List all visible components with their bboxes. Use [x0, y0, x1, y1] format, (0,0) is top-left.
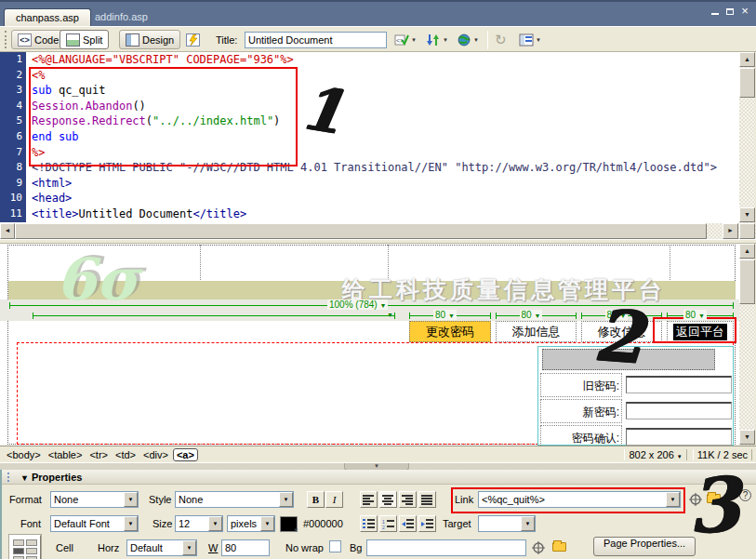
- document-title-input[interactable]: [245, 32, 387, 48]
- font-dropdown[interactable]: Default Font▼: [50, 515, 139, 532]
- code-line[interactable]: 11<title>Untitled Document</title>: [0, 206, 739, 222]
- scroll-down-icon[interactable]: ▼: [739, 207, 755, 222]
- properties-header[interactable]: ▼ Properties: [2, 470, 756, 485]
- server-debug-button[interactable]: [186, 32, 200, 48]
- scrollbar-corner: [739, 223, 755, 239]
- target-dropdown[interactable]: ▼: [478, 515, 536, 532]
- line-number: 9: [0, 176, 26, 192]
- help-icon[interactable]: ?: [739, 489, 751, 501]
- line-number: 7: [0, 145, 26, 161]
- tab-addinfo[interactable]: addinfo.asp: [84, 8, 159, 26]
- tag-selector-tr[interactable]: <tr>: [86, 449, 111, 460]
- code-line[interactable]: 1<%@LANGUAGE="VBSCRIPT" CODEPAGE="936"%>: [0, 52, 739, 68]
- annotation-number-3: 3: [685, 460, 742, 551]
- italic-button[interactable]: I: [325, 491, 343, 508]
- password-input[interactable]: [626, 402, 732, 419]
- tab-chanpass[interactable]: chanpass.asp: [4, 8, 91, 26]
- text-color-value[interactable]: #000000: [303, 518, 343, 529]
- code-editor-pane[interactable]: 1<%@LANGUAGE="VBSCRIPT" CODEPAGE="936"%>…: [0, 52, 739, 223]
- line-number: 10: [0, 191, 26, 206]
- unordered-list-button[interactable]: [360, 515, 378, 532]
- text-color-swatch[interactable]: [280, 516, 298, 532]
- refresh-button[interactable]: ↻: [495, 32, 507, 48]
- align-right-button[interactable]: [399, 491, 417, 508]
- ordered-list-button[interactable]: 12: [379, 515, 397, 532]
- page-properties-button[interactable]: Page Properties...: [593, 537, 696, 556]
- form-field-label: 新密码:: [540, 399, 622, 423]
- indent-button[interactable]: [418, 515, 436, 532]
- restore-button[interactable]: [723, 6, 736, 18]
- scroll-down-icon[interactable]: ▼: [739, 430, 755, 445]
- tag-selector-a[interactable]: <a>: [173, 448, 198, 461]
- minimize-button[interactable]: [709, 6, 722, 18]
- scrollbar-thumb[interactable]: [739, 260, 755, 304]
- cell-bg-input[interactable]: [366, 539, 526, 556]
- scroll-left-icon[interactable]: ◄: [0, 223, 15, 239]
- browse-folder-icon[interactable]: [552, 542, 566, 552]
- scrollbar-thumb[interactable]: [739, 68, 755, 98]
- outdent-button[interactable]: [399, 515, 417, 532]
- tag-selector-td[interactable]: <td>: [113, 449, 139, 460]
- close-button[interactable]: ×: [738, 6, 751, 18]
- get-put-arrows-icon: [426, 33, 441, 47]
- nav-button-2[interactable]: 添加信息: [496, 321, 577, 342]
- point-to-file-icon[interactable]: [532, 541, 545, 554]
- split-button-label: Split: [83, 34, 102, 46]
- code-line[interactable]: 10<head>: [0, 191, 739, 206]
- scroll-right-icon[interactable]: ►: [723, 223, 738, 239]
- scrollbar-thumb[interactable]: [15, 223, 707, 239]
- target-label: Target: [443, 518, 471, 529]
- table-column-border: [200, 245, 201, 282]
- nav-button-1[interactable]: 更改密码: [409, 321, 491, 342]
- tag-selector-div[interactable]: <div>: [140, 449, 171, 460]
- validate-markup-button[interactable]: <> ▼: [394, 32, 417, 48]
- size-dropdown[interactable]: 12▼: [175, 515, 223, 532]
- bold-button[interactable]: B: [307, 491, 325, 508]
- panel-collapse-strip: ▼: [0, 462, 756, 470]
- view-options-button[interactable]: ▼: [519, 32, 541, 48]
- cell-width-input[interactable]: [221, 539, 270, 556]
- format-label: Format: [9, 494, 42, 505]
- design-vertical-scrollbar[interactable]: ▲ ▼: [739, 244, 755, 446]
- size-unit-dropdown[interactable]: pixels▼: [227, 515, 275, 532]
- tag-selector-table[interactable]: <table>: [46, 449, 86, 460]
- toolbar-grip[interactable]: [5, 31, 7, 48]
- code-view-button[interactable]: <> Code: [11, 30, 65, 49]
- line-number: 4: [0, 99, 26, 114]
- code-text: <title>Untitled Document</title>: [26, 206, 246, 222]
- line-number: 5: [0, 113, 26, 129]
- format-dropdown[interactable]: None▼: [50, 491, 139, 508]
- design-view-button[interactable]: Design: [119, 30, 180, 49]
- preview-browser-button[interactable]: ▼: [458, 32, 479, 48]
- panel-grip[interactable]: [7, 472, 11, 482]
- code-text: <html>: [26, 176, 72, 192]
- file-management-button[interactable]: ▼: [426, 32, 448, 48]
- password-input[interactable]: [626, 428, 732, 446]
- table-width-indicator[interactable]: 100% (784) ▼: [327, 299, 388, 310]
- properties-panel: ▼ Properties Format None▼ Style None▼ B …: [0, 470, 756, 559]
- horz-dropdown[interactable]: Default▼: [126, 539, 197, 556]
- align-center-button[interactable]: [379, 491, 397, 508]
- align-left-button[interactable]: [360, 491, 378, 508]
- style-dropdown[interactable]: None▼: [175, 491, 294, 508]
- code-button-label: Code: [34, 34, 59, 46]
- title-tab-strip: chanpass.asp addinfo.asp ×: [0, 0, 756, 26]
- design-view-pane[interactable]: 6σ 给工科技质量信息管理平台 100% (784) ▼ ▼ 80 ▼ 80 ▼…: [0, 244, 739, 446]
- scroll-up-icon[interactable]: ▲: [739, 52, 755, 67]
- design-icon: [126, 33, 139, 47]
- window-size-indicator[interactable]: 802 x 206 ▼: [624, 449, 686, 460]
- nowrap-checkbox[interactable]: [329, 540, 341, 552]
- properties-title: Properties: [32, 472, 82, 483]
- align-justify-button[interactable]: [418, 491, 436, 508]
- column-menu-arrow[interactable]: ▼: [387, 312, 393, 318]
- code-icon: <>: [18, 33, 32, 47]
- scroll-up-icon[interactable]: ▲: [739, 244, 755, 259]
- cell-label: Cell: [56, 542, 73, 553]
- split-view-button[interactable]: Split: [60, 30, 109, 49]
- tag-selector-body[interactable]: <body>: [4, 449, 44, 460]
- code-vertical-scrollbar[interactable]: ▲ ▼: [739, 52, 755, 223]
- code-horizontal-scrollbar[interactable]: ◄ ►: [0, 223, 756, 239]
- code-line[interactable]: 9<html>: [0, 176, 739, 192]
- password-input[interactable]: [626, 376, 732, 393]
- cell-grid-icon: [9, 535, 41, 559]
